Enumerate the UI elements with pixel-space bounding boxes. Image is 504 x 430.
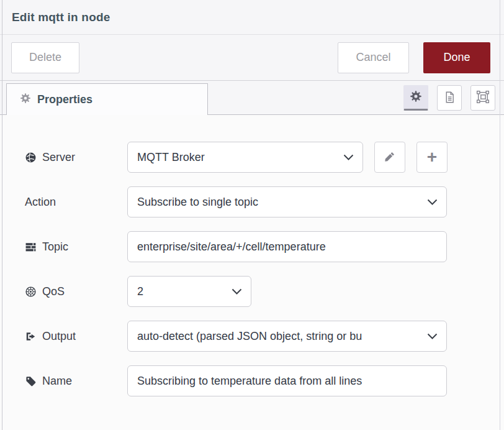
action-select-value: Subscribe to single topic [137, 196, 420, 209]
properties-form: Server MQTT Broker + [0, 115, 504, 396]
edit-server-button[interactable] [374, 142, 405, 173]
server-label: Server [42, 151, 75, 164]
edit-node-dialog: Edit mqtt in node Delete Cancel Done [0, 0, 504, 430]
empire-icon [25, 286, 37, 298]
form-row-action: Action Subscribe to single topic [25, 186, 504, 217]
tab-bar: Properties [0, 81, 504, 115]
topic-input[interactable] [127, 231, 447, 262]
server-select[interactable]: MQTT Broker [127, 142, 363, 173]
file-icon [443, 91, 456, 106]
cancel-button[interactable]: Cancel [338, 42, 409, 73]
server-label-group: Server [25, 151, 127, 164]
globe-icon [25, 152, 37, 163]
chevron-down-icon [427, 199, 438, 206]
tasks-icon [25, 241, 37, 253]
action-select[interactable]: Subscribe to single topic [127, 186, 447, 217]
dialog-button-bar: Delete Cancel Done [0, 35, 504, 81]
action-label-group: Action [25, 196, 127, 209]
output-label-group: Output [25, 330, 127, 343]
chevron-down-icon [232, 288, 242, 295]
qos-label: QoS [42, 285, 65, 298]
topic-label: Topic [42, 240, 68, 254]
toolbar-appearance-button[interactable] [470, 85, 495, 111]
gear-icon [410, 90, 422, 104]
sign-out-icon [25, 331, 37, 342]
form-row-qos: QoS 2 [25, 276, 504, 307]
tab-toolbar [403, 85, 495, 111]
group-selection-icon [476, 90, 490, 106]
qos-select-value: 2 [137, 285, 225, 298]
qos-select[interactable]: 2 [127, 276, 251, 307]
topic-label-group: Topic [25, 240, 127, 254]
dialog-header: Edit mqtt in node [0, 0, 504, 35]
plus-icon: + [427, 147, 437, 167]
name-input[interactable] [127, 365, 447, 396]
output-select-value: auto-detect (parsed JSON object, string … [137, 330, 420, 343]
tab-properties-label: Properties [37, 93, 92, 106]
form-row-name: Name [25, 365, 504, 396]
qos-label-group: QoS [25, 285, 127, 298]
output-label: Output [42, 330, 76, 343]
tag-icon [25, 375, 37, 387]
done-button[interactable]: Done [423, 42, 490, 73]
form-row-topic: Topic [25, 231, 504, 262]
name-label-group: Name [25, 375, 127, 388]
form-row-server: Server MQTT Broker + [25, 142, 504, 173]
server-select-value: MQTT Broker [137, 151, 336, 164]
name-label: Name [42, 375, 72, 388]
form-row-output: Output auto-detect (parsed JSON object, … [25, 321, 504, 352]
pencil-icon [384, 147, 396, 167]
toolbar-description-button[interactable] [437, 85, 462, 111]
tab-properties[interactable]: Properties [6, 83, 208, 115]
chevron-down-icon [343, 154, 354, 161]
chevron-down-icon [427, 333, 438, 340]
toolbar-properties-button[interactable] [403, 85, 428, 111]
delete-button[interactable]: Delete [11, 42, 79, 73]
output-select[interactable]: auto-detect (parsed JSON object, string … [127, 321, 447, 352]
gear-icon [20, 93, 31, 106]
add-server-button[interactable]: + [416, 142, 448, 173]
action-label: Action [25, 196, 56, 209]
dialog-title: Edit mqtt in node [12, 11, 110, 24]
